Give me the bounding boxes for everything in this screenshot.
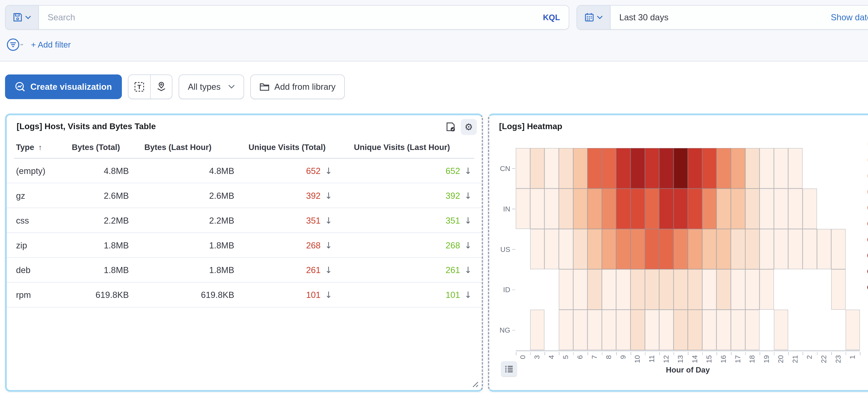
cell-unique-visits-total[interactable]: 261↓ bbox=[248, 258, 354, 282]
heatmap-cell[interactable] bbox=[831, 269, 846, 310]
heatmap-cell[interactable] bbox=[702, 229, 717, 269]
heatmap-cell[interactable] bbox=[702, 148, 717, 188]
heatmap-cell[interactable] bbox=[688, 310, 702, 350]
heatmap-cell[interactable] bbox=[587, 310, 602, 350]
heatmap-cell[interactable] bbox=[602, 310, 616, 350]
heatmap-cell[interactable] bbox=[702, 188, 717, 229]
heatmap-cell[interactable] bbox=[645, 188, 659, 229]
heatmap-cell[interactable] bbox=[659, 310, 674, 350]
legend-item[interactable]: 36 - 42 bbox=[867, 236, 868, 244]
query-language-badge[interactable]: KQL bbox=[543, 13, 569, 22]
heatmap-cell[interactable] bbox=[716, 148, 731, 188]
heatmap-cell[interactable] bbox=[760, 148, 774, 188]
heatmap-cell[interactable] bbox=[630, 269, 645, 310]
heatmap-cell[interactable] bbox=[731, 269, 745, 310]
date-quick-menu-button[interactable] bbox=[577, 5, 611, 29]
cell-unique-visits-total[interactable]: 268↓ bbox=[248, 233, 354, 258]
heatmap-cell[interactable] bbox=[630, 148, 645, 188]
heatmap-cell[interactable] bbox=[702, 310, 717, 350]
heatmap-cell[interactable] bbox=[587, 188, 602, 229]
cell-unique-visits-total[interactable]: 392↓ bbox=[248, 183, 354, 208]
heatmap-cell[interactable] bbox=[745, 269, 760, 310]
show-dates-button[interactable]: Show dates bbox=[831, 12, 868, 22]
heatmap-cell[interactable] bbox=[602, 269, 616, 310]
add-text-button[interactable]: T bbox=[128, 75, 150, 99]
column-header-bytes-last-hour[interactable]: Bytes (Last Hour) bbox=[144, 143, 212, 152]
heatmap-cell[interactable] bbox=[774, 148, 788, 188]
heatmap-cell[interactable] bbox=[630, 229, 645, 269]
heatmap-cell[interactable] bbox=[587, 148, 602, 188]
heatmap-cell[interactable] bbox=[716, 310, 731, 350]
heatmap-cell[interactable] bbox=[545, 188, 559, 229]
saved-query-menu-button[interactable] bbox=[5, 5, 39, 29]
heatmap-cell[interactable] bbox=[817, 229, 831, 269]
heatmap-cell[interactable] bbox=[602, 229, 616, 269]
legend-item[interactable]: 54 - 60 bbox=[867, 283, 868, 291]
heatmap-cell[interactable] bbox=[616, 229, 630, 269]
heatmap-cell[interactable] bbox=[674, 229, 688, 269]
heatmap-cell[interactable] bbox=[674, 148, 688, 188]
heatmap-cell[interactable] bbox=[573, 310, 588, 350]
heatmap-cell[interactable] bbox=[760, 229, 774, 269]
heatmap-cell[interactable] bbox=[745, 148, 760, 188]
heatmap-cell[interactable] bbox=[702, 269, 717, 310]
heatmap-cell[interactable] bbox=[760, 269, 774, 310]
heatmap-cell[interactable] bbox=[788, 229, 803, 269]
legend-item[interactable]: 0 - 6 bbox=[867, 140, 868, 148]
heatmap-cell[interactable] bbox=[645, 269, 659, 310]
heatmap-cell[interactable] bbox=[530, 188, 545, 229]
heatmap-cell[interactable] bbox=[530, 148, 545, 188]
heatmap-cell[interactable] bbox=[559, 310, 573, 350]
heatmap-cell[interactable] bbox=[630, 188, 645, 229]
heatmap-cell[interactable] bbox=[745, 310, 760, 350]
heatmap-cell[interactable] bbox=[573, 269, 588, 310]
legend-item[interactable]: 18 - 24 bbox=[867, 188, 868, 196]
legend-item[interactable]: 6 - 12 bbox=[867, 156, 868, 164]
heatmap-cell[interactable] bbox=[674, 269, 688, 310]
panel-type-filter-dropdown[interactable]: All types bbox=[179, 74, 244, 99]
column-header-type[interactable]: Type ↑ bbox=[16, 143, 42, 152]
legend-item[interactable]: 48 - 54 bbox=[867, 268, 868, 275]
panel-settings-button[interactable]: ⚙ bbox=[461, 119, 477, 135]
cell-unique-visits-last-hour[interactable]: 652↓ bbox=[354, 159, 475, 183]
heatmap-cell[interactable] bbox=[516, 188, 530, 229]
heatmap-cell[interactable] bbox=[559, 229, 573, 269]
heatmap-cell[interactable] bbox=[616, 148, 630, 188]
heatmap-cell[interactable] bbox=[688, 148, 702, 188]
heatmap-cell[interactable] bbox=[674, 188, 688, 229]
search-input[interactable]: Search bbox=[48, 12, 543, 22]
time-range-value[interactable]: Last 30 days bbox=[619, 12, 831, 22]
legend-item[interactable]: 30 - 36 bbox=[867, 219, 868, 228]
time-picker[interactable]: Last 30 days Show dates bbox=[577, 5, 868, 30]
heatmap-cell[interactable] bbox=[616, 310, 630, 350]
cell-unique-visits-last-hour[interactable]: 268↓ bbox=[354, 233, 475, 258]
heatmap-cell[interactable] bbox=[688, 188, 702, 229]
heatmap-cell[interactable] bbox=[716, 229, 731, 269]
heatmap-cell[interactable] bbox=[745, 229, 760, 269]
heatmap-cell[interactable] bbox=[530, 310, 545, 350]
heatmap-cell[interactable] bbox=[803, 188, 817, 229]
heatmap-cell[interactable] bbox=[731, 310, 745, 350]
heatmap-cell[interactable] bbox=[545, 229, 559, 269]
heatmap-cell[interactable] bbox=[573, 229, 588, 269]
cell-unique-visits-total[interactable]: 652↓ bbox=[248, 159, 354, 183]
panel-resize-handle[interactable] bbox=[471, 380, 478, 388]
heatmap-cell[interactable] bbox=[530, 229, 545, 269]
add-map-button[interactable] bbox=[150, 75, 172, 99]
add-filter-button[interactable]: + Add filter bbox=[31, 40, 71, 50]
heatmap-cell[interactable] bbox=[774, 188, 788, 229]
heatmap-cell[interactable] bbox=[559, 269, 573, 310]
column-header-unique-visits-total[interactable]: Unique Visits (Total) bbox=[248, 143, 326, 152]
heatmap-cell[interactable] bbox=[774, 310, 788, 350]
heatmap-cell[interactable] bbox=[659, 229, 674, 269]
cell-unique-visits-last-hour[interactable]: 101↓ bbox=[354, 282, 475, 307]
column-header-bytes-total[interactable]: Bytes (Total) bbox=[72, 143, 120, 152]
heatmap-cell[interactable] bbox=[602, 188, 616, 229]
heatmap-cell[interactable] bbox=[831, 229, 846, 269]
heatmap-cell[interactable] bbox=[774, 229, 788, 269]
heatmap-cell[interactable] bbox=[716, 269, 731, 310]
heatmap-cell[interactable] bbox=[645, 310, 659, 350]
cell-unique-visits-total[interactable]: 101↓ bbox=[248, 282, 354, 307]
heatmap-cell[interactable] bbox=[659, 148, 674, 188]
heatmap-cell[interactable] bbox=[587, 229, 602, 269]
